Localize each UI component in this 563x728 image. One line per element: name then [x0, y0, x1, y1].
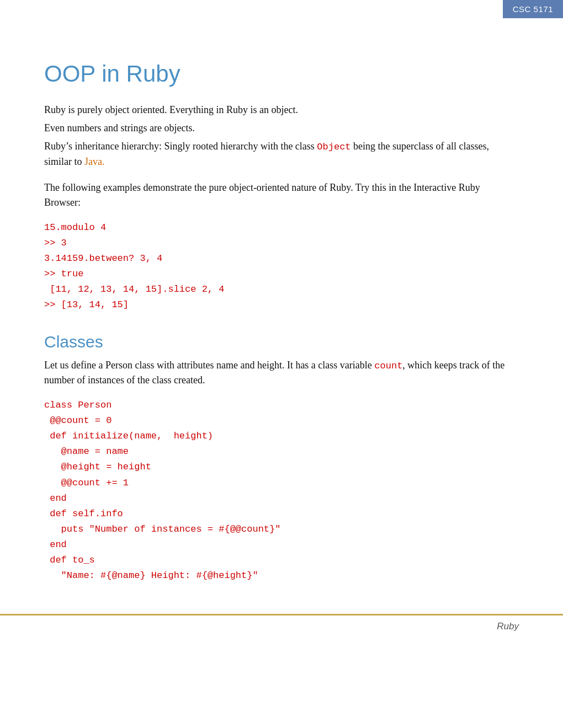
header-bar: CSC 5171: [503, 0, 563, 18]
bottom-label: Ruby: [497, 621, 519, 632]
object-inline-code: Object: [317, 142, 350, 152]
page-title: OOP in Ruby: [44, 61, 519, 87]
class-code-block: class Person @@count = 0 def initialize(…: [44, 398, 519, 584]
page: CSC 5171 OOP in Ruby Ruby is purely obje…: [0, 0, 563, 638]
classes-intro-para: Let us define a Person class with attrib…: [44, 358, 519, 388]
header-label: CSC 5171: [513, 4, 553, 14]
java-inline: Java.: [84, 156, 104, 167]
intro-para-2: Even numbers and strings are objects.: [44, 121, 519, 136]
count-inline-code: count: [374, 361, 402, 371]
intro-group: Ruby is purely object oriented. Everythi…: [44, 103, 519, 169]
bottom-bar: Ruby: [0, 614, 563, 638]
intro-para-1: Ruby is purely object oriented. Everythi…: [44, 103, 519, 117]
intro-para-3: Ruby’s inheritance hierarchy: Singly roo…: [44, 139, 519, 169]
classes-heading: Classes: [44, 333, 519, 351]
code-examples-block: 15.modulo 4 >> 3 3.14159.between? 3, 4 >…: [44, 220, 519, 313]
examples-intro: The following examples demonstrate the p…: [44, 180, 519, 210]
